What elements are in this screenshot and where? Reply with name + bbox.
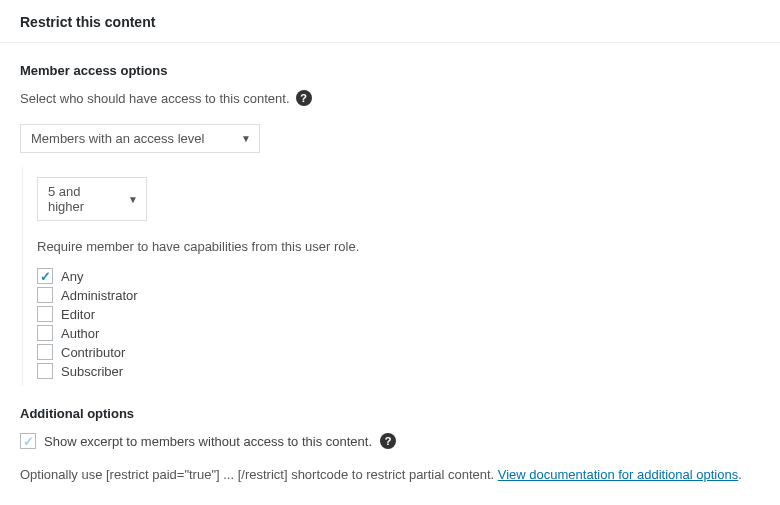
- access-type-select[interactable]: Members with an access level ▼: [20, 124, 260, 153]
- role-row-contributor: Contributor: [37, 344, 760, 360]
- help-icon[interactable]: ?: [296, 90, 312, 106]
- access-help-text: Select who should have access to this co…: [20, 91, 290, 106]
- shortcode-footnote-suffix: .: [738, 467, 742, 482]
- show-excerpt-label: Show excerpt to members without access t…: [44, 434, 372, 449]
- role-row-author: Author: [37, 325, 760, 341]
- role-checkbox-contributor[interactable]: [37, 344, 53, 360]
- role-label-administrator: Administrator: [61, 288, 138, 303]
- additional-options-title: Additional options: [20, 406, 760, 421]
- role-row-administrator: Administrator: [37, 287, 760, 303]
- role-label-any: Any: [61, 269, 83, 284]
- role-row-editor: Editor: [37, 306, 760, 322]
- show-excerpt-checkbox[interactable]: [20, 433, 36, 449]
- role-label-author: Author: [61, 326, 99, 341]
- chevron-down-icon: ▼: [128, 194, 138, 205]
- shortcode-footnote: Optionally use [restrict paid="true"] ..…: [20, 465, 760, 485]
- role-checkbox-author[interactable]: [37, 325, 53, 341]
- role-label-editor: Editor: [61, 307, 95, 322]
- access-level-select[interactable]: 5 and higher ▼: [37, 177, 147, 221]
- chevron-down-icon: ▼: [241, 133, 251, 144]
- access-level-select-label: 5 and higher: [48, 184, 114, 214]
- show-excerpt-row: Show excerpt to members without access t…: [20, 433, 760, 449]
- role-label-contributor: Contributor: [61, 345, 125, 360]
- role-capabilities-note: Require member to have capabilities from…: [37, 239, 760, 254]
- role-checkbox-editor[interactable]: [37, 306, 53, 322]
- role-row-subscriber: Subscriber: [37, 363, 760, 379]
- role-checkbox-any[interactable]: [37, 268, 53, 284]
- shortcode-footnote-text: Optionally use [restrict paid="true"] ..…: [20, 467, 498, 482]
- role-label-subscriber: Subscriber: [61, 364, 123, 379]
- panel-title: Restrict this content: [0, 0, 780, 43]
- documentation-link[interactable]: View documentation for additional option…: [498, 467, 738, 482]
- help-icon[interactable]: ?: [380, 433, 396, 449]
- role-checkbox-administrator[interactable]: [37, 287, 53, 303]
- access-type-select-label: Members with an access level: [31, 131, 204, 146]
- panel-body: Member access options Select who should …: [0, 43, 780, 495]
- role-checkbox-subscriber[interactable]: [37, 363, 53, 379]
- access-level-subbox: 5 and higher ▼ Require member to have ca…: [22, 167, 760, 386]
- restrict-content-panel: Restrict this content Member access opti…: [0, 0, 780, 495]
- access-help-row: Select who should have access to this co…: [20, 90, 760, 106]
- member-access-title: Member access options: [20, 63, 760, 78]
- role-row-any: Any: [37, 268, 760, 284]
